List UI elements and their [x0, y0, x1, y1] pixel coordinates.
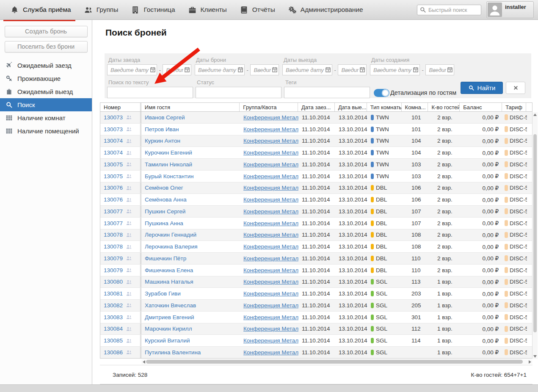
guest-name-link[interactable]: Семёнова Анна — [145, 196, 187, 203]
guest-name-link[interactable]: Фишечкина Елена — [145, 267, 193, 273]
table-row[interactable]: 130077Пушкина АннаКонференция Металлу11.… — [100, 218, 532, 229]
table-row[interactable]: 130082Хаточкин ВячеславКонференция Метал… — [100, 300, 532, 312]
table-row[interactable]: 130085Курский ВиталийКонференция Металлу… — [100, 335, 532, 347]
table-row[interactable]: 130074Курочкин ЕвгенийКонференция Металл… — [100, 147, 532, 159]
calendar-icon[interactable] — [150, 66, 156, 73]
table-row[interactable]: 130078Лерочкина ВалерияКонференция Метал… — [100, 241, 532, 253]
sidebar-item-0[interactable]: Ожидаемый заезд — [0, 59, 92, 72]
booking-number-link[interactable]: 130076 — [104, 185, 123, 191]
booking-number-link[interactable]: 130077 — [104, 208, 123, 215]
table-row[interactable]: 130080Машкина НатальяКонференция Металлу… — [100, 276, 532, 288]
group-link[interactable]: Конференция Металлу — [243, 208, 298, 215]
checkin-without-booking-button[interactable]: Поселить без брони — [5, 41, 88, 52]
scroll-up-button[interactable] — [532, 112, 538, 117]
status-input[interactable] — [196, 87, 281, 98]
table-row[interactable]: 130076Семёнов ОлегКонференция Металлу11.… — [100, 182, 532, 194]
table-row[interactable]: 130078Лерочкин ГеннадийКонференция Метал… — [100, 229, 532, 241]
group-link[interactable]: Конференция Металлу — [243, 220, 298, 226]
scroll-right-button[interactable] — [527, 359, 532, 364]
column-header-9[interactable]: Тариф — [502, 103, 526, 111]
guest-detail-toggle[interactable] — [374, 89, 389, 97]
group-link[interactable]: Конференция Металлу — [243, 126, 298, 133]
guest-name-link[interactable]: Курский Виталий — [145, 337, 190, 344]
sidebar-item-2[interactable]: Ожидаемый выезд — [0, 85, 92, 98]
booking-number-link[interactable]: 130078 — [104, 232, 123, 238]
nav-item-building[interactable]: Гостиница — [131, 0, 175, 19]
booking-number-link[interactable]: 130081 — [104, 290, 123, 297]
booking-number-link[interactable]: 130084 — [104, 326, 123, 332]
guest-name-link[interactable]: Марочкин Кирилл — [145, 326, 192, 332]
calendar-icon[interactable] — [413, 66, 419, 73]
column-header-7[interactable]: К-во гостей — [428, 103, 460, 111]
group-link[interactable]: Конференция Металлу — [243, 149, 298, 156]
column-header-4[interactable]: Дата вые... — [335, 103, 367, 111]
table-row[interactable]: 130074Куркин АнтонКонференция Металлу11.… — [100, 135, 532, 147]
column-header-1[interactable]: Имя гостя — [141, 103, 240, 111]
column-header-5[interactable]: Тип комнаты — [367, 103, 402, 111]
booking-number-link[interactable]: 130077 — [104, 220, 123, 226]
group-link[interactable]: Конференция Металлу — [243, 161, 298, 168]
booking-number-link[interactable]: 130074 — [104, 149, 123, 156]
group-link[interactable]: Конференция Металлу — [243, 337, 298, 344]
guest-name-link[interactable]: Машкина Наталья — [145, 279, 193, 285]
guest-name-link[interactable]: Пушкин Сергей — [145, 208, 185, 215]
table-row[interactable]: 130086Путилина ВалентинаКонференция Мета… — [100, 347, 532, 359]
table-row[interactable]: 130073Иванов СергейКонференция Металлу11… — [100, 112, 532, 124]
calendar-icon[interactable] — [184, 66, 190, 73]
group-link[interactable]: Конференция Металлу — [243, 114, 298, 121]
sidebar-item-3[interactable]: Поиск — [0, 98, 92, 111]
table-row[interactable]: 130079Фишечкин ПётрКонференция Металлу11… — [100, 253, 532, 265]
group-link[interactable]: Конференция Металлу — [243, 196, 298, 203]
group-link[interactable]: Конференция Металлу — [243, 290, 298, 297]
group-link[interactable]: Конференция Металлу — [243, 349, 298, 356]
tags-input[interactable] — [284, 87, 370, 98]
column-header-3[interactable]: Дата заез... — [298, 103, 335, 111]
group-link[interactable]: Конференция Металлу — [243, 138, 298, 144]
guest-name-link[interactable]: Пушкина Анна — [145, 220, 183, 226]
clear-button[interactable] — [506, 82, 525, 94]
booking-number-link[interactable]: 130073 — [104, 114, 123, 121]
text-search-input[interactable] — [107, 87, 193, 98]
column-header-6[interactable]: Комна... — [402, 103, 428, 111]
scroll-down-button[interactable] — [532, 354, 538, 359]
nav-item-bell[interactable]: Служба приёма — [10, 0, 71, 19]
sidebar-item-1[interactable]: Проживающие — [0, 72, 92, 85]
guest-name-link[interactable]: Лерочкина Валерия — [145, 243, 198, 250]
create-booking-button[interactable]: Создать бронь — [5, 26, 88, 37]
guest-name-link[interactable]: Иванов Сергей — [145, 114, 185, 121]
horizontal-scroll-thumb[interactable] — [146, 360, 523, 364]
find-button[interactable]: Найти — [461, 82, 503, 94]
calendar-icon[interactable] — [325, 66, 331, 73]
booking-number-link[interactable]: 130082 — [104, 302, 123, 309]
booking-number-link[interactable]: 130079 — [104, 255, 123, 262]
table-row[interactable]: 130084Марочкин КириллКонференция Металлу… — [100, 323, 532, 335]
nav-item-users[interactable]: Группы — [84, 0, 119, 19]
booking-number-link[interactable]: 130079 — [104, 267, 123, 273]
table-row[interactable]: 130075Тамилин НиколайКонференция Металлу… — [100, 159, 532, 171]
guest-name-link[interactable]: Семёнов Олег — [145, 185, 183, 191]
booking-number-link[interactable]: 130076 — [104, 196, 123, 203]
nav-item-gears[interactable]: Администрирование — [288, 0, 363, 19]
group-link[interactable]: Конференция Металлу — [243, 326, 298, 332]
group-link[interactable]: Конференция Металлу — [243, 232, 298, 238]
group-link[interactable]: Конференция Металлу — [243, 267, 298, 273]
booking-number-link[interactable]: 130075 — [104, 173, 123, 179]
quick-search-input[interactable] — [417, 5, 481, 15]
table-row[interactable]: 130081Зурабов ГивиКонференция Металлу11.… — [100, 288, 532, 300]
guest-name-link[interactable]: Бурый Константин — [145, 173, 193, 179]
booking-number-link[interactable]: 130074 — [104, 138, 123, 144]
booking-number-link[interactable]: 130083 — [104, 314, 123, 320]
horizontal-scrollbar[interactable] — [141, 359, 532, 364]
group-link[interactable]: Конференция Металлу — [243, 279, 298, 285]
guest-name-link[interactable]: Фишечкин Пётр — [145, 255, 186, 262]
table-row[interactable]: 130079Фишечкина ЕленаКонференция Металлу… — [100, 265, 532, 276]
group-link[interactable]: Конференция Металлу — [243, 185, 298, 191]
calendar-icon[interactable] — [359, 66, 365, 73]
table-row[interactable]: 130075Бурый КонстантинКонференция Металл… — [100, 171, 532, 182]
guest-name-link[interactable]: Тамилин Николай — [145, 161, 192, 168]
booking-number-link[interactable]: 130073 — [104, 126, 123, 133]
guest-name-link[interactable]: Лерочкин Геннадий — [145, 232, 196, 238]
guest-name-link[interactable]: Дмитриев Евгений — [145, 314, 194, 320]
group-link[interactable]: Конференция Металлу — [243, 302, 298, 309]
calendar-icon[interactable] — [237, 66, 243, 73]
